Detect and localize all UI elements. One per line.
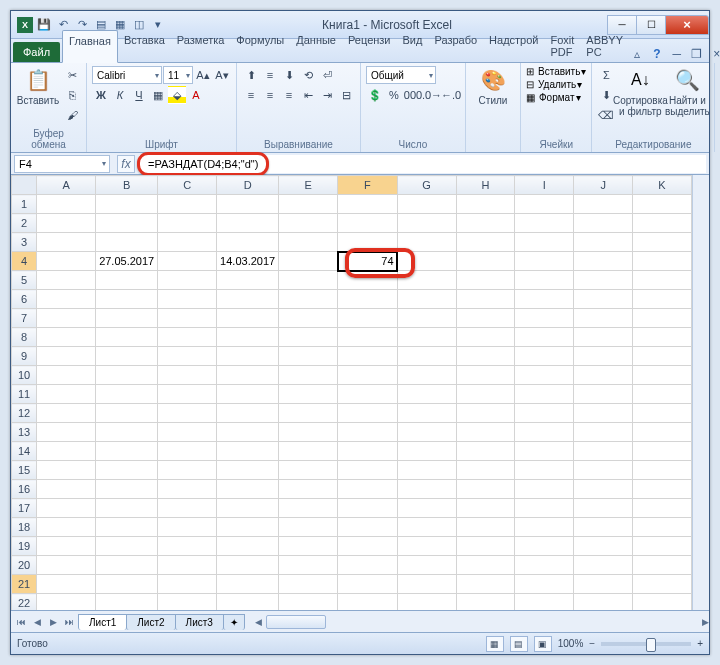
cell[interactable] — [96, 347, 158, 366]
cell[interactable] — [96, 290, 158, 309]
cell[interactable] — [397, 423, 456, 442]
column-header[interactable]: H — [456, 176, 515, 195]
cell[interactable] — [217, 442, 279, 461]
cell[interactable] — [96, 195, 158, 214]
cell[interactable] — [96, 385, 158, 404]
last-sheet-icon[interactable]: ⏭ — [61, 614, 77, 630]
cell[interactable] — [633, 575, 692, 594]
cell[interactable] — [279, 575, 338, 594]
cell[interactable] — [456, 347, 515, 366]
cell[interactable] — [574, 214, 633, 233]
row-header[interactable]: 20 — [12, 556, 37, 575]
cell[interactable] — [96, 480, 158, 499]
minimize-ribbon-icon[interactable]: ▵ — [629, 46, 645, 62]
cell[interactable] — [456, 518, 515, 537]
row-header[interactable]: 13 — [12, 423, 37, 442]
wrap-text-icon[interactable]: ⏎ — [318, 66, 336, 84]
cell[interactable] — [397, 461, 456, 480]
cell[interactable] — [37, 423, 96, 442]
cell[interactable] — [515, 385, 574, 404]
cell[interactable]: 74 — [338, 252, 398, 271]
column-header[interactable]: G — [397, 176, 456, 195]
cell[interactable] — [515, 480, 574, 499]
cell[interactable] — [397, 214, 456, 233]
cut-icon[interactable]: ✂ — [63, 66, 81, 84]
cell[interactable] — [515, 214, 574, 233]
cell[interactable] — [633, 309, 692, 328]
cell[interactable] — [397, 347, 456, 366]
help-icon[interactable]: ? — [649, 46, 665, 62]
cell[interactable] — [279, 404, 338, 423]
cell[interactable] — [96, 575, 158, 594]
ribbon-tab[interactable]: Разметка — [171, 30, 231, 62]
align-left-icon[interactable]: ≡ — [242, 86, 260, 104]
cell[interactable] — [96, 499, 158, 518]
row-header[interactable]: 1 — [12, 195, 37, 214]
format-button[interactable]: ▦Формат ▾ — [526, 92, 586, 103]
cell[interactable] — [456, 537, 515, 556]
file-tab[interactable]: Файл — [13, 42, 60, 62]
row-header[interactable]: 3 — [12, 233, 37, 252]
cell[interactable] — [217, 537, 279, 556]
cell[interactable] — [96, 556, 158, 575]
cell[interactable] — [37, 594, 96, 611]
cell[interactable] — [279, 214, 338, 233]
cell[interactable] — [574, 404, 633, 423]
cell[interactable] — [397, 252, 456, 271]
cell[interactable] — [338, 537, 398, 556]
sort-filter-button[interactable]: A↓ Сортировка и фильтр — [618, 66, 662, 117]
cell[interactable] — [515, 594, 574, 611]
cell[interactable] — [279, 423, 338, 442]
row-header[interactable]: 5 — [12, 271, 37, 290]
cell[interactable] — [158, 195, 217, 214]
cell[interactable] — [279, 556, 338, 575]
cell[interactable] — [515, 271, 574, 290]
cell[interactable] — [633, 556, 692, 575]
zoom-in-button[interactable]: + — [697, 638, 703, 649]
row-header[interactable]: 8 — [12, 328, 37, 347]
cell[interactable] — [158, 537, 217, 556]
cell[interactable] — [217, 214, 279, 233]
cell[interactable] — [397, 366, 456, 385]
ribbon-tab[interactable]: Надстрой — [483, 30, 544, 62]
cell[interactable] — [279, 461, 338, 480]
cell[interactable] — [158, 442, 217, 461]
row-header[interactable]: 21 — [12, 575, 37, 594]
italic-button[interactable]: К — [111, 86, 129, 104]
cell[interactable] — [158, 480, 217, 499]
cell[interactable] — [37, 328, 96, 347]
cell[interactable] — [515, 461, 574, 480]
row-header[interactable]: 19 — [12, 537, 37, 556]
cell[interactable] — [397, 328, 456, 347]
column-header[interactable]: K — [633, 176, 692, 195]
cell[interactable] — [515, 347, 574, 366]
cell[interactable] — [574, 556, 633, 575]
cell[interactable] — [217, 480, 279, 499]
page-break-icon[interactable]: ▣ — [534, 636, 552, 652]
fill-color-icon[interactable]: ⬙ — [168, 86, 186, 104]
cell[interactable] — [338, 518, 398, 537]
row-header[interactable]: 17 — [12, 499, 37, 518]
scroll-thumb[interactable] — [266, 615, 326, 629]
cell[interactable] — [456, 442, 515, 461]
cell[interactable] — [338, 385, 398, 404]
cell[interactable] — [515, 537, 574, 556]
column-header[interactable]: F — [338, 176, 398, 195]
cell[interactable] — [37, 537, 96, 556]
cell[interactable] — [456, 195, 515, 214]
cell[interactable] — [515, 366, 574, 385]
cell[interactable] — [37, 214, 96, 233]
cell[interactable] — [633, 271, 692, 290]
cell[interactable] — [633, 480, 692, 499]
row-header[interactable]: 18 — [12, 518, 37, 537]
cell[interactable] — [96, 594, 158, 611]
cell[interactable] — [37, 404, 96, 423]
cell[interactable] — [37, 366, 96, 385]
cell[interactable] — [515, 195, 574, 214]
cell[interactable] — [633, 366, 692, 385]
cell[interactable] — [217, 575, 279, 594]
cell[interactable] — [515, 575, 574, 594]
cell[interactable] — [574, 195, 633, 214]
cell[interactable] — [158, 328, 217, 347]
cell[interactable] — [397, 404, 456, 423]
